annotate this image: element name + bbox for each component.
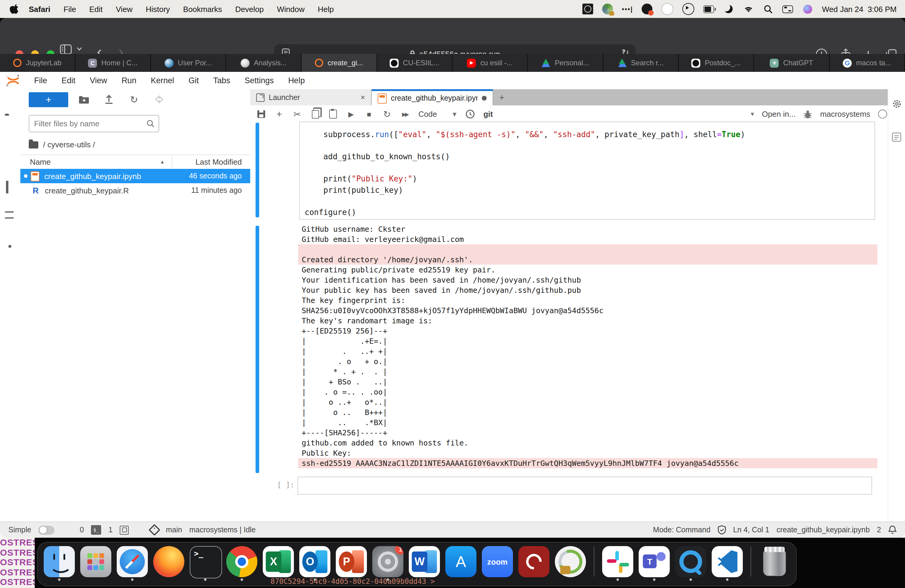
insert-cell-button[interactable]: + bbox=[275, 109, 284, 119]
dock-acrobat[interactable] bbox=[518, 546, 549, 581]
gear-icon[interactable] bbox=[892, 99, 902, 109]
cursor-position[interactable]: Ln 4, Col 1 bbox=[733, 526, 769, 534]
running-kernels-icon[interactable] bbox=[5, 149, 16, 160]
siri-icon[interactable] bbox=[803, 5, 812, 13]
jl-menu-run[interactable]: Run bbox=[122, 76, 137, 85]
menubar-item-edit[interactable]: Edit bbox=[89, 5, 103, 13]
dock-launchpad[interactable] bbox=[80, 546, 111, 581]
spotlight-icon[interactable] bbox=[762, 3, 773, 14]
jl-menu-edit[interactable]: Edit bbox=[62, 76, 76, 85]
dock-excel[interactable]: X bbox=[263, 546, 294, 581]
safari-tab-home-c-[interactable]: CHome | C... bbox=[75, 54, 151, 72]
cut-cells-button[interactable]: ✂ bbox=[293, 109, 302, 119]
add-tab-button[interactable]: + bbox=[493, 89, 511, 105]
jl-menu-kernel[interactable]: Kernel bbox=[151, 76, 174, 85]
safari-tab-cu-esiil-[interactable]: CU-ESIIL... bbox=[377, 54, 452, 72]
dock-zoom[interactable]: zoom bbox=[482, 546, 513, 581]
bell-icon[interactable] bbox=[888, 525, 897, 535]
home-folder-icon[interactable] bbox=[29, 141, 38, 148]
column-last-modified[interactable]: Last Modified bbox=[172, 156, 250, 168]
notification-count[interactable]: 2 bbox=[877, 526, 881, 534]
dock-powerpoint[interactable]: P bbox=[336, 546, 367, 581]
breadcrumb[interactable]: / cyverse-utils / bbox=[29, 140, 95, 149]
safari-tab-user-por-[interactable]: User Por... bbox=[151, 54, 226, 72]
dock-appstore[interactable]: A bbox=[445, 546, 476, 581]
jl-menu-settings[interactable]: Settings bbox=[245, 76, 274, 85]
restart-kernel-button[interactable]: ↻ bbox=[383, 109, 391, 119]
safari-tab-personal-[interactable]: Personal... bbox=[528, 54, 603, 72]
git-clone-icon[interactable] bbox=[153, 94, 165, 105]
save-button[interactable] bbox=[257, 109, 266, 119]
dock-teams[interactable]: T bbox=[639, 546, 670, 581]
git-panel-icon[interactable] bbox=[5, 182, 16, 193]
stop-kernel-button[interactable]: ■ bbox=[365, 109, 373, 119]
dock-quicktime[interactable] bbox=[675, 546, 706, 581]
apple-logo-icon[interactable] bbox=[10, 4, 19, 14]
menubar-clock[interactable]: Wed Jan 24 3:06 PM bbox=[822, 5, 897, 13]
dock-settings[interactable]: 1 bbox=[372, 546, 403, 581]
jl-menu-help[interactable]: Help bbox=[288, 76, 305, 85]
new-folder-icon[interactable] bbox=[78, 94, 90, 105]
close-tab-icon[interactable]: × bbox=[360, 93, 365, 102]
safari-tab-analysis-[interactable]: Analysis... bbox=[226, 54, 302, 72]
mode-indicator[interactable]: Mode: Command bbox=[653, 526, 710, 534]
anyconnect-menu-icon[interactable] bbox=[602, 3, 613, 14]
new-launcher-button[interactable]: + bbox=[29, 92, 68, 107]
kernel-status-icon[interactable] bbox=[878, 110, 887, 119]
restart-run-all-button[interactable]: ▶▶ bbox=[400, 109, 410, 119]
upload-icon[interactable] bbox=[103, 94, 115, 105]
file-row[interactable]: Rcreate_github_keypair.R11 minutes ago bbox=[21, 183, 250, 198]
dock-word[interactable]: W bbox=[409, 546, 440, 581]
git-branch-icon[interactable] bbox=[148, 524, 160, 536]
file-row[interactable]: create_github_keypair.ipynb46 seconds ag… bbox=[21, 169, 250, 183]
dock-chrome[interactable] bbox=[226, 546, 257, 581]
output-collapser[interactable] bbox=[256, 226, 259, 473]
control-center-icon[interactable] bbox=[782, 5, 793, 13]
safari-tab-cu-esiil-[interactable]: cu esiil -... bbox=[452, 54, 528, 72]
code-cell-editor[interactable]: subprocess.run(["eval", "$(ssh-agent -s)… bbox=[299, 122, 875, 220]
file-browser-tab-icon[interactable] bbox=[5, 116, 16, 126]
textsniper-icon[interactable] bbox=[583, 3, 593, 14]
trust-shield-icon[interactable] bbox=[718, 525, 726, 535]
open-in-button[interactable]: Open in... bbox=[762, 110, 796, 119]
terminal-icon[interactable]: $_ bbox=[91, 525, 101, 535]
menubar-item-develop[interactable]: Develop bbox=[235, 5, 264, 13]
dock-firefox[interactable] bbox=[153, 546, 184, 581]
kernel-chip-icon[interactable] bbox=[120, 525, 129, 534]
wifi-icon[interactable] bbox=[743, 3, 754, 14]
safari-tab-postdoc-[interactable]: Postdoc_... bbox=[679, 54, 754, 72]
copy-cells-button[interactable] bbox=[311, 109, 320, 119]
dock-slack[interactable] bbox=[602, 546, 633, 581]
run-cell-button[interactable]: ▶ bbox=[346, 109, 356, 119]
execution-time-icon[interactable] bbox=[465, 109, 474, 119]
focus-moon-icon[interactable] bbox=[724, 5, 733, 13]
jl-menu-view[interactable]: View bbox=[90, 76, 107, 85]
kernel-name[interactable]: macrosystems bbox=[820, 110, 870, 119]
menubar-item-view[interactable]: View bbox=[116, 5, 133, 13]
input-collapser[interactable] bbox=[256, 123, 259, 217]
paste-cells-button[interactable] bbox=[329, 109, 338, 119]
dock-vscode[interactable] bbox=[712, 546, 743, 581]
sidebar-toggle[interactable] bbox=[60, 44, 72, 54]
safari-tab-macos-ta-[interactable]: Gmacos ta... bbox=[830, 54, 905, 72]
meeting-app-icon[interactable] bbox=[661, 3, 673, 15]
column-name[interactable]: Name bbox=[30, 157, 51, 167]
debugger-bug-icon[interactable] bbox=[803, 109, 812, 119]
property-inspector-icon[interactable] bbox=[892, 132, 902, 142]
jl-menu-tabs[interactable]: Tabs bbox=[213, 76, 230, 85]
safari-tab-search-r-[interactable]: Search r... bbox=[603, 54, 679, 72]
filter-files-input[interactable] bbox=[29, 119, 147, 128]
dock-trash[interactable] bbox=[759, 546, 790, 581]
safari-tab-chatgpt[interactable]: ✳ChatGPT bbox=[754, 54, 830, 72]
sidebar-chevron-icon[interactable] bbox=[76, 47, 82, 51]
menubar-app-name[interactable]: Safari bbox=[29, 5, 50, 13]
menubar-item-history[interactable]: History bbox=[146, 5, 170, 13]
cell-type-dropdown[interactable]: Code ▾ bbox=[418, 110, 456, 119]
battery-icon[interactable] bbox=[703, 5, 714, 13]
menubar-item-bookmarks[interactable]: Bookmarks bbox=[183, 5, 222, 13]
dock-terminal[interactable]: >_ bbox=[190, 546, 221, 581]
extension-manager-icon[interactable] bbox=[5, 247, 16, 258]
refresh-icon[interactable]: ↻ bbox=[128, 94, 140, 105]
tab-launcher[interactable]: Launcher × bbox=[250, 89, 372, 105]
dock-anyconnect[interactable] bbox=[555, 546, 586, 581]
